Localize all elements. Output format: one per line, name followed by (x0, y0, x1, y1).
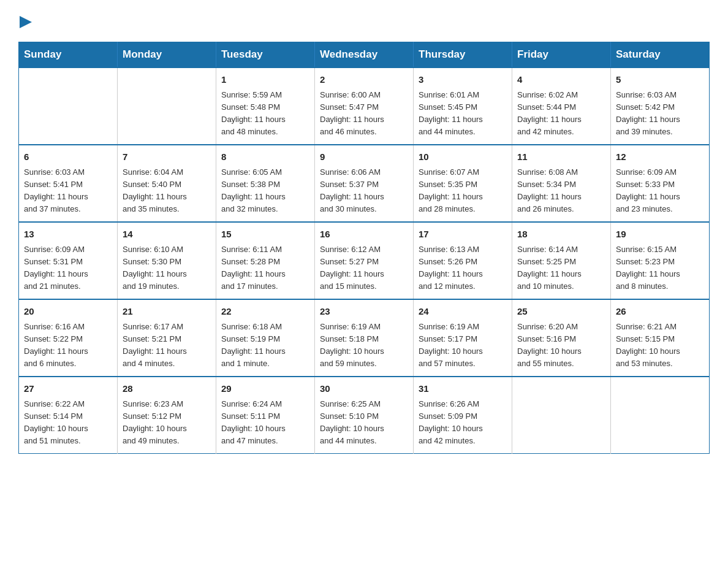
calendar-cell (19, 67, 118, 145)
calendar-cell: 25Sunrise: 6:20 AM Sunset: 5:16 PM Dayli… (512, 299, 611, 377)
weekday-header-sunday: Sunday (19, 42, 118, 68)
day-number: 3 (419, 73, 507, 87)
day-info: Sunrise: 6:06 AM Sunset: 5:37 PM Dayligh… (320, 166, 408, 216)
calendar-cell: 17Sunrise: 6:13 AM Sunset: 5:26 PM Dayli… (414, 222, 512, 299)
calendar-cell: 28Sunrise: 6:23 AM Sunset: 5:12 PM Dayli… (118, 377, 216, 454)
day-number: 8 (221, 150, 309, 164)
day-info: Sunrise: 6:12 AM Sunset: 5:27 PM Dayligh… (320, 243, 408, 293)
day-info: Sunrise: 6:18 AM Sunset: 5:19 PM Dayligh… (221, 321, 309, 370)
day-info: Sunrise: 6:01 AM Sunset: 5:45 PM Dayligh… (419, 89, 507, 139)
calendar-cell (118, 67, 216, 145)
day-number: 22 (221, 305, 309, 319)
day-info: Sunrise: 6:08 AM Sunset: 5:34 PM Dayligh… (517, 166, 605, 216)
calendar-week-3: 13Sunrise: 6:09 AM Sunset: 5:31 PM Dayli… (19, 222, 710, 299)
day-info: Sunrise: 6:00 AM Sunset: 5:47 PM Dayligh… (320, 89, 408, 139)
calendar-cell: 9Sunrise: 6:06 AM Sunset: 5:37 PM Daylig… (315, 145, 414, 222)
day-info: Sunrise: 6:25 AM Sunset: 5:10 PM Dayligh… (320, 398, 408, 448)
day-number: 30 (320, 382, 408, 396)
day-info: Sunrise: 6:23 AM Sunset: 5:12 PM Dayligh… (123, 398, 211, 448)
calendar-cell: 16Sunrise: 6:12 AM Sunset: 5:27 PM Dayli… (315, 222, 414, 299)
day-info: Sunrise: 6:22 AM Sunset: 5:14 PM Dayligh… (24, 398, 112, 448)
calendar-cell: 5Sunrise: 6:03 AM Sunset: 5:42 PM Daylig… (611, 67, 710, 145)
day-info: Sunrise: 6:03 AM Sunset: 5:41 PM Dayligh… (24, 166, 112, 216)
day-number: 4 (517, 73, 605, 87)
calendar-cell: 1Sunrise: 5:59 AM Sunset: 5:48 PM Daylig… (216, 67, 315, 145)
calendar-cell: 11Sunrise: 6:08 AM Sunset: 5:34 PM Dayli… (512, 145, 611, 222)
day-info: Sunrise: 6:19 AM Sunset: 5:18 PM Dayligh… (320, 321, 408, 370)
calendar-cell (611, 377, 710, 454)
day-info: Sunrise: 6:17 AM Sunset: 5:21 PM Dayligh… (123, 321, 211, 370)
day-info: Sunrise: 6:09 AM Sunset: 5:33 PM Dayligh… (616, 166, 704, 216)
day-number: 10 (419, 150, 507, 164)
day-number: 27 (24, 382, 112, 396)
logo (18, 12, 32, 31)
day-number: 11 (517, 150, 605, 164)
calendar-cell: 2Sunrise: 6:00 AM Sunset: 5:47 PM Daylig… (315, 67, 414, 145)
day-number: 12 (616, 150, 704, 164)
day-number: 18 (517, 228, 605, 242)
day-info: Sunrise: 6:20 AM Sunset: 5:16 PM Dayligh… (517, 321, 605, 370)
day-info: Sunrise: 6:16 AM Sunset: 5:22 PM Dayligh… (24, 321, 112, 370)
day-info: Sunrise: 6:14 AM Sunset: 5:25 PM Dayligh… (517, 243, 605, 293)
weekday-header-monday: Monday (118, 42, 216, 68)
day-info: Sunrise: 6:15 AM Sunset: 5:23 PM Dayligh… (616, 243, 704, 293)
logo-arrow-icon (20, 16, 32, 28)
calendar-cell: 21Sunrise: 6:17 AM Sunset: 5:21 PM Dayli… (118, 299, 216, 377)
calendar-cell: 10Sunrise: 6:07 AM Sunset: 5:35 PM Dayli… (414, 145, 512, 222)
calendar-cell: 30Sunrise: 6:25 AM Sunset: 5:10 PM Dayli… (315, 377, 414, 454)
day-number: 31 (419, 382, 507, 396)
calendar-cell: 7Sunrise: 6:04 AM Sunset: 5:40 PM Daylig… (118, 145, 216, 222)
day-info: Sunrise: 6:11 AM Sunset: 5:28 PM Dayligh… (221, 243, 309, 293)
day-number: 28 (123, 382, 211, 396)
day-info: Sunrise: 6:07 AM Sunset: 5:35 PM Dayligh… (419, 166, 507, 216)
day-number: 1 (221, 73, 309, 87)
day-info: Sunrise: 6:05 AM Sunset: 5:38 PM Dayligh… (221, 166, 309, 216)
weekday-header-tuesday: Tuesday (216, 42, 315, 68)
calendar-cell: 23Sunrise: 6:19 AM Sunset: 5:18 PM Dayli… (315, 299, 414, 377)
calendar-cell: 31Sunrise: 6:26 AM Sunset: 5:09 PM Dayli… (414, 377, 512, 454)
day-number: 24 (419, 305, 507, 319)
day-number: 13 (24, 228, 112, 242)
calendar-cell: 8Sunrise: 6:05 AM Sunset: 5:38 PM Daylig… (216, 145, 315, 222)
day-number: 6 (24, 150, 112, 164)
day-info: Sunrise: 6:13 AM Sunset: 5:26 PM Dayligh… (419, 243, 507, 293)
calendar-cell: 14Sunrise: 6:10 AM Sunset: 5:30 PM Dayli… (118, 222, 216, 299)
calendar-cell: 15Sunrise: 6:11 AM Sunset: 5:28 PM Dayli… (216, 222, 315, 299)
day-number: 2 (320, 73, 408, 87)
day-number: 26 (616, 305, 704, 319)
day-info: Sunrise: 6:24 AM Sunset: 5:11 PM Dayligh… (221, 398, 309, 448)
day-number: 14 (123, 228, 211, 242)
day-number: 20 (24, 305, 112, 319)
calendar-cell: 26Sunrise: 6:21 AM Sunset: 5:15 PM Dayli… (611, 299, 710, 377)
day-number: 29 (221, 382, 309, 396)
weekday-header-saturday: Saturday (611, 42, 710, 68)
calendar-cell: 18Sunrise: 6:14 AM Sunset: 5:25 PM Dayli… (512, 222, 611, 299)
day-number: 7 (123, 150, 211, 164)
day-number: 19 (616, 228, 704, 242)
day-info: Sunrise: 6:09 AM Sunset: 5:31 PM Dayligh… (24, 243, 112, 293)
day-number: 17 (419, 228, 507, 242)
calendar-cell: 20Sunrise: 6:16 AM Sunset: 5:22 PM Dayli… (19, 299, 118, 377)
day-info: Sunrise: 6:26 AM Sunset: 5:09 PM Dayligh… (419, 398, 507, 448)
day-info: Sunrise: 6:02 AM Sunset: 5:44 PM Dayligh… (517, 89, 605, 139)
calendar-cell (512, 377, 611, 454)
calendar-cell: 12Sunrise: 6:09 AM Sunset: 5:33 PM Dayli… (611, 145, 710, 222)
calendar-cell: 27Sunrise: 6:22 AM Sunset: 5:14 PM Dayli… (19, 377, 118, 454)
calendar-cell: 13Sunrise: 6:09 AM Sunset: 5:31 PM Dayli… (19, 222, 118, 299)
day-number: 23 (320, 305, 408, 319)
day-number: 9 (320, 150, 408, 164)
weekday-header-wednesday: Wednesday (315, 42, 414, 68)
day-info: Sunrise: 5:59 AM Sunset: 5:48 PM Dayligh… (221, 89, 309, 139)
weekday-header-thursday: Thursday (414, 42, 512, 68)
calendar-week-1: 1Sunrise: 5:59 AM Sunset: 5:48 PM Daylig… (19, 67, 710, 145)
calendar-table: SundayMondayTuesdayWednesdayThursdayFrid… (18, 42, 710, 454)
calendar-cell: 24Sunrise: 6:19 AM Sunset: 5:17 PM Dayli… (414, 299, 512, 377)
day-number: 21 (123, 305, 211, 319)
calendar-cell: 6Sunrise: 6:03 AM Sunset: 5:41 PM Daylig… (19, 145, 118, 222)
calendar-cell: 3Sunrise: 6:01 AM Sunset: 5:45 PM Daylig… (414, 67, 512, 145)
day-info: Sunrise: 6:03 AM Sunset: 5:42 PM Dayligh… (616, 89, 704, 139)
day-info: Sunrise: 6:04 AM Sunset: 5:40 PM Dayligh… (123, 166, 211, 216)
day-info: Sunrise: 6:21 AM Sunset: 5:15 PM Dayligh… (616, 321, 704, 370)
calendar-cell: 19Sunrise: 6:15 AM Sunset: 5:23 PM Dayli… (611, 222, 710, 299)
day-number: 15 (221, 228, 309, 242)
